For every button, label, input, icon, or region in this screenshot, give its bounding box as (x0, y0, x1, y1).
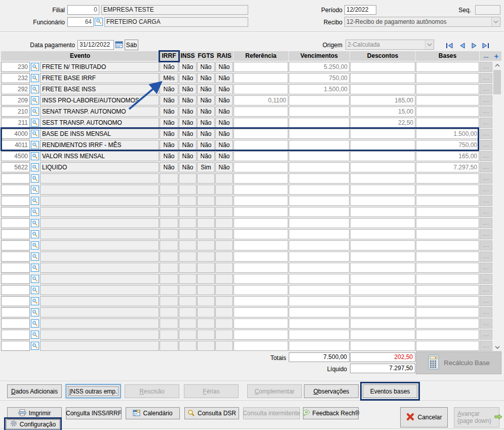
flag-fgts-cell[interactable]: Não (197, 118, 215, 128)
descontos-cell[interactable] (350, 73, 415, 83)
event-code-input[interactable] (1, 207, 30, 217)
event-code-input[interactable]: 4000 (1, 129, 30, 139)
vencimentos-cell[interactable] (289, 185, 350, 195)
bases-cell[interactable]: 7.297,50 (416, 162, 479, 172)
column-header-fgts[interactable]: FGTS (197, 51, 215, 61)
event-code-input[interactable] (1, 196, 30, 206)
flag-irrf-cell[interactable]: Não (160, 151, 178, 161)
vencimentos-cell[interactable] (289, 318, 350, 329)
button-feedback-rech[interactable]: Feedback Rech® (303, 407, 359, 419)
flag-fgts-cell[interactable] (197, 318, 215, 329)
flag-inss-cell[interactable] (179, 185, 197, 195)
referencia-cell[interactable] (234, 207, 288, 217)
event-code-input[interactable] (1, 185, 30, 195)
flag-irrf-cell[interactable] (160, 252, 178, 262)
flag-irrf-cell[interactable] (160, 173, 178, 184)
event-code-input[interactable] (1, 341, 30, 351)
event-code-input[interactable] (1, 218, 30, 228)
descontos-cell[interactable] (350, 173, 415, 184)
vencimentos-cell[interactable] (289, 207, 350, 217)
flag-inss-cell[interactable]: Não (179, 84, 197, 94)
row-menu-button[interactable]: ... (480, 140, 492, 150)
button-imprimir[interactable]: Imprimir (7, 407, 62, 419)
flag-irrf-cell[interactable] (160, 185, 178, 195)
referencia-cell[interactable] (234, 129, 288, 139)
referencia-cell[interactable] (234, 173, 288, 184)
flag-fgts-cell[interactable] (197, 285, 215, 295)
event-name-cell[interactable]: RENDIMENTOS IRRF - MÊS (40, 140, 159, 150)
vencimentos-cell[interactable]: 5.250,00 (289, 62, 350, 72)
flag-inss-cell[interactable] (179, 252, 197, 262)
event-name-cell[interactable] (40, 240, 159, 250)
event-code-input[interactable] (1, 307, 30, 317)
bases-cell[interactable] (416, 285, 479, 295)
row-menu-button[interactable]: ... (480, 173, 492, 184)
row-menu-button[interactable]: ... (480, 330, 492, 340)
flag-fgts-cell[interactable] (197, 229, 215, 239)
flag-inss-cell[interactable]: Não (179, 62, 197, 72)
button-dados-adicionais[interactable]: Dados Adicionais (7, 384, 62, 398)
event-lookup-button[interactable] (30, 129, 40, 139)
event-code-input[interactable] (1, 330, 30, 340)
vencimentos-cell[interactable] (289, 162, 350, 172)
vencimentos-cell[interactable] (289, 274, 350, 284)
event-name-cell[interactable] (40, 296, 159, 306)
bases-cell[interactable]: 165,00 (416, 151, 479, 161)
flag-inss-cell[interactable] (179, 218, 197, 228)
flag-inss-cell[interactable] (179, 207, 197, 217)
bases-cell[interactable] (416, 330, 479, 340)
event-name-cell[interactable] (40, 274, 159, 284)
flag-irrf-cell[interactable]: Não (160, 129, 178, 139)
flag-fgts-cell[interactable]: Não (197, 95, 215, 105)
flag-inss-cell[interactable] (179, 296, 197, 306)
event-code-input[interactable]: 230 (1, 62, 30, 72)
row-menu-button[interactable]: ... (480, 95, 492, 105)
vencimentos-cell[interactable] (289, 240, 350, 250)
configuracao-button[interactable]: Configuração (6, 419, 60, 429)
descontos-cell[interactable] (350, 229, 415, 239)
flag-rais-cell[interactable] (215, 318, 233, 329)
event-name-cell[interactable]: SENAT TRANSP. AUTONOMO (40, 106, 159, 117)
first-record-icon[interactable] (445, 42, 454, 50)
event-lookup-button[interactable] (30, 173, 40, 184)
flag-fgts-cell[interactable]: Não (197, 140, 215, 150)
column-header-descontos[interactable]: Descontos (350, 51, 415, 61)
event-code-input[interactable]: 292 (1, 84, 30, 94)
row-menu-button[interactable]: ... (480, 207, 492, 217)
bases-cell[interactable] (416, 307, 479, 317)
referencia-cell[interactable] (234, 151, 288, 161)
bases-cell[interactable] (416, 173, 479, 184)
vencimentos-cell[interactable] (289, 151, 350, 161)
descontos-cell[interactable] (350, 162, 415, 172)
event-lookup-button[interactable] (30, 185, 40, 195)
funcionario-code-input[interactable]: 64 (67, 17, 94, 27)
descontos-cell[interactable] (350, 263, 415, 273)
bases-cell[interactable] (416, 73, 479, 83)
flag-irrf-cell[interactable]: Não (160, 162, 178, 172)
descontos-cell[interactable] (350, 140, 415, 150)
descontos-cell[interactable]: 15,00 (350, 106, 415, 117)
descontos-cell[interactable] (350, 218, 415, 228)
periodo-input[interactable]: 12/2022 (344, 5, 376, 15)
referencia-cell[interactable] (234, 62, 288, 72)
referencia-cell[interactable] (234, 84, 288, 94)
scroll-down-icon[interactable] (493, 344, 501, 351)
last-record-icon[interactable] (481, 42, 490, 50)
referencia-cell[interactable] (234, 240, 288, 250)
bases-cell[interactable] (416, 196, 479, 206)
descontos-cell[interactable] (350, 318, 415, 329)
referencia-cell[interactable] (234, 341, 288, 351)
event-lookup-button[interactable] (30, 307, 40, 317)
vencimentos-cell[interactable] (289, 330, 350, 340)
flag-fgts-cell[interactable]: Não (197, 84, 215, 94)
event-lookup-button[interactable] (30, 84, 40, 94)
flag-irrf-cell[interactable] (160, 285, 178, 295)
row-menu-button[interactable]: ... (480, 129, 492, 139)
event-lookup-button[interactable] (30, 73, 40, 83)
descontos-cell[interactable] (350, 274, 415, 284)
event-name-cell[interactable] (40, 229, 159, 239)
descontos-cell[interactable] (350, 296, 415, 306)
flag-inss-cell[interactable]: Não (179, 151, 197, 161)
flag-irrf-cell[interactable]: Não (160, 95, 178, 105)
event-name-cell[interactable] (40, 263, 159, 273)
